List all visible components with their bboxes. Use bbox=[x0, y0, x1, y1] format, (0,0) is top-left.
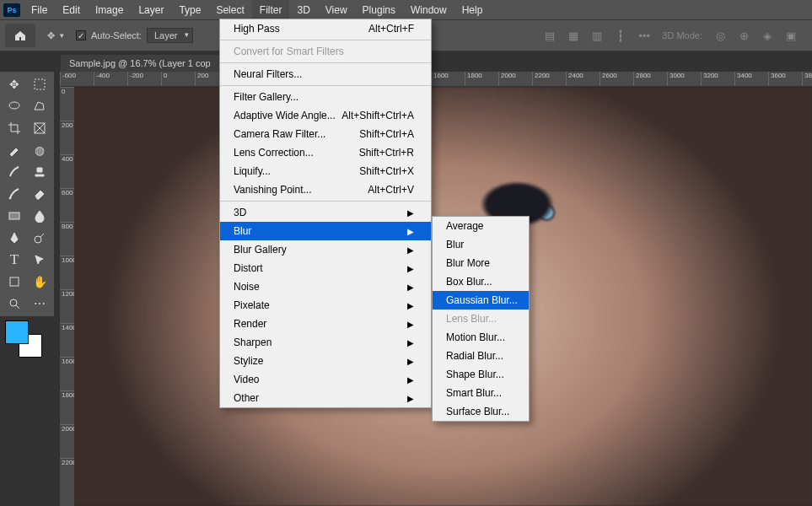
menu-filter[interactable]: Filter bbox=[252, 0, 290, 19]
pen-tool[interactable] bbox=[2, 227, 27, 249]
filter-item-render[interactable]: Render▶ bbox=[220, 315, 431, 333]
autoselect-label: Auto-Select: bbox=[91, 30, 142, 40]
shape-tool[interactable] bbox=[2, 271, 27, 293]
move-tool[interactable]: ✥ bbox=[2, 73, 27, 95]
svg-rect-4 bbox=[9, 213, 19, 219]
app-logo[interactable]: Ps bbox=[3, 3, 20, 17]
menu-3d[interactable]: 3D bbox=[289, 0, 317, 19]
svg-point-3 bbox=[9, 197, 11, 199]
eyedropper-tool[interactable] bbox=[2, 139, 27, 161]
dodge-tool[interactable] bbox=[27, 227, 52, 249]
blur-item-lens-blur: Lens Blur... bbox=[433, 310, 529, 328]
frame-tool[interactable] bbox=[27, 117, 52, 139]
filter-item-convert-for-smart-filters: Convert for Smart Filters bbox=[220, 42, 431, 61]
edit-toolbar[interactable]: ⋯ bbox=[27, 293, 52, 315]
align-left-icon[interactable]: ▤ bbox=[544, 30, 556, 41]
filter-menu-dropdown: High PassAlt+Ctrl+FConvert for Smart Fil… bbox=[219, 19, 432, 408]
fg-color-swatch[interactable] bbox=[5, 320, 29, 344]
filter-item-adaptive-wide-angle[interactable]: Adaptive Wide Angle...Alt+Shift+Ctrl+A bbox=[220, 106, 431, 125]
more-icon[interactable]: ••• bbox=[638, 30, 650, 41]
doc-tab-label: Sample.jpg @ 16.7% (Layer 1 cop bbox=[69, 58, 211, 68]
doc-tab[interactable]: Sample.jpg @ 16.7% (Layer 1 cop × bbox=[61, 55, 233, 72]
path-select-tool[interactable] bbox=[27, 249, 52, 271]
menu-edit[interactable]: Edit bbox=[55, 0, 88, 19]
crop-tool[interactable] bbox=[2, 117, 27, 139]
svg-point-5 bbox=[35, 236, 41, 243]
filter-item-vanishing-point[interactable]: Vanishing Point...Alt+Ctrl+V bbox=[220, 180, 431, 199]
zoom-tool[interactable] bbox=[2, 293, 27, 315]
align-center-icon[interactable]: ▦ bbox=[567, 30, 579, 41]
home-icon bbox=[13, 29, 27, 42]
dolly-icon[interactable]: ◈ bbox=[761, 30, 773, 41]
lasso-tool[interactable] bbox=[2, 95, 27, 117]
brush-tool[interactable] bbox=[2, 161, 27, 183]
pan-icon[interactable]: ⊕ bbox=[738, 30, 750, 41]
filter-item-other[interactable]: Other▶ bbox=[220, 389, 431, 407]
color-swatches[interactable] bbox=[5, 320, 47, 363]
ruler-horizontal: -600-400-2000200400600800100012001400160… bbox=[60, 72, 812, 87]
menu-image[interactable]: Image bbox=[88, 0, 131, 19]
svg-rect-6 bbox=[10, 277, 19, 286]
polygon-lasso-tool[interactable] bbox=[27, 95, 52, 117]
target-select[interactable]: Layer bbox=[147, 28, 194, 43]
filter-item-blur[interactable]: Blur▶ bbox=[220, 222, 431, 240]
stamp-tool[interactable] bbox=[27, 161, 52, 183]
menu-select[interactable]: Select bbox=[208, 0, 251, 19]
blur-item-radial-blur[interactable]: Radial Blur... bbox=[433, 347, 529, 365]
type-tool[interactable]: T bbox=[2, 249, 27, 271]
blur-item-average[interactable]: Average bbox=[433, 217, 529, 235]
filter-item-filter-gallery[interactable]: Filter Gallery... bbox=[220, 88, 431, 106]
filter-item-lens-correction[interactable]: Lens Correction...Shift+Ctrl+R bbox=[220, 143, 431, 162]
blur-item-gaussian-blur[interactable]: Gaussian Blur... bbox=[433, 291, 529, 310]
filter-item-blur-gallery[interactable]: Blur Gallery▶ bbox=[220, 240, 431, 259]
align-right-icon[interactable]: ▥ bbox=[591, 30, 603, 41]
distribute-icon[interactable]: ┇ bbox=[615, 30, 626, 41]
blur-item-box-blur[interactable]: Box Blur... bbox=[433, 272, 529, 291]
filter-item-sharpen[interactable]: Sharpen▶ bbox=[220, 333, 431, 352]
blur-tool[interactable] bbox=[27, 205, 52, 227]
toolbox: ✥ ◍ T ✋ ⋯ bbox=[0, 72, 54, 316]
blur-item-blur-more[interactable]: Blur More bbox=[433, 254, 529, 272]
move-icon: ✥ bbox=[47, 30, 55, 41]
blur-submenu: AverageBlurBlur MoreBox Blur...Gaussian … bbox=[432, 216, 530, 422]
filter-item-high-pass[interactable]: High PassAlt+Ctrl+F bbox=[220, 19, 431, 38]
filter-item-neural-filters[interactable]: Neural Filters... bbox=[220, 65, 431, 83]
menu-help[interactable]: Help bbox=[454, 0, 491, 19]
autoselect-checkbox[interactable]: ✓ bbox=[76, 30, 86, 40]
gradient-tool[interactable] bbox=[2, 205, 27, 227]
heal-tool[interactable]: ◍ bbox=[27, 139, 52, 161]
menu-plugins[interactable]: Plugins bbox=[355, 0, 403, 19]
marquee-tool[interactable] bbox=[27, 73, 52, 95]
blur-item-motion-blur[interactable]: Motion Blur... bbox=[433, 328, 529, 347]
filter-item-distort[interactable]: Distort▶ bbox=[220, 259, 431, 277]
svg-rect-0 bbox=[35, 79, 45, 89]
blur-item-blur[interactable]: Blur bbox=[433, 235, 529, 254]
filter-item-3d[interactable]: 3D▶ bbox=[220, 203, 431, 222]
filter-item-liquify[interactable]: Liquify...Shift+Ctrl+X bbox=[220, 162, 431, 180]
filter-item-pixelate[interactable]: Pixelate▶ bbox=[220, 296, 431, 315]
filter-item-stylize[interactable]: Stylize▶ bbox=[220, 352, 431, 370]
menu-window[interactable]: Window bbox=[403, 0, 454, 19]
orbit-icon[interactable]: ◎ bbox=[714, 30, 726, 41]
menu-view[interactable]: View bbox=[318, 0, 355, 19]
menubar: Ps File Edit Image Layer Type Select Fil… bbox=[0, 0, 812, 19]
filter-item-noise[interactable]: Noise▶ bbox=[220, 277, 431, 296]
filter-item-camera-raw-filter[interactable]: Camera Raw Filter...Shift+Ctrl+A bbox=[220, 125, 431, 143]
home-button[interactable] bbox=[5, 24, 35, 47]
menu-type[interactable]: Type bbox=[171, 0, 208, 19]
3d-mode-label: 3D Mode: bbox=[662, 30, 702, 40]
hand-tool[interactable]: ✋ bbox=[27, 271, 52, 293]
svg-point-7 bbox=[10, 299, 17, 306]
blur-item-surface-blur[interactable]: Surface Blur... bbox=[433, 402, 529, 421]
history-brush-tool[interactable] bbox=[2, 183, 27, 205]
ruler-vertical: 0200400600800100012001400160018002000220… bbox=[60, 87, 75, 506]
eraser-tool[interactable] bbox=[27, 183, 52, 205]
blur-item-smart-blur[interactable]: Smart Blur... bbox=[433, 384, 529, 402]
filter-item-video[interactable]: Video▶ bbox=[220, 370, 431, 389]
blur-item-shape-blur[interactable]: Shape Blur... bbox=[433, 365, 529, 384]
svg-point-1 bbox=[9, 102, 19, 109]
camera-icon[interactable]: ▣ bbox=[785, 30, 797, 41]
menu-file[interactable]: File bbox=[24, 0, 55, 19]
menu-layer[interactable]: Layer bbox=[131, 0, 171, 19]
